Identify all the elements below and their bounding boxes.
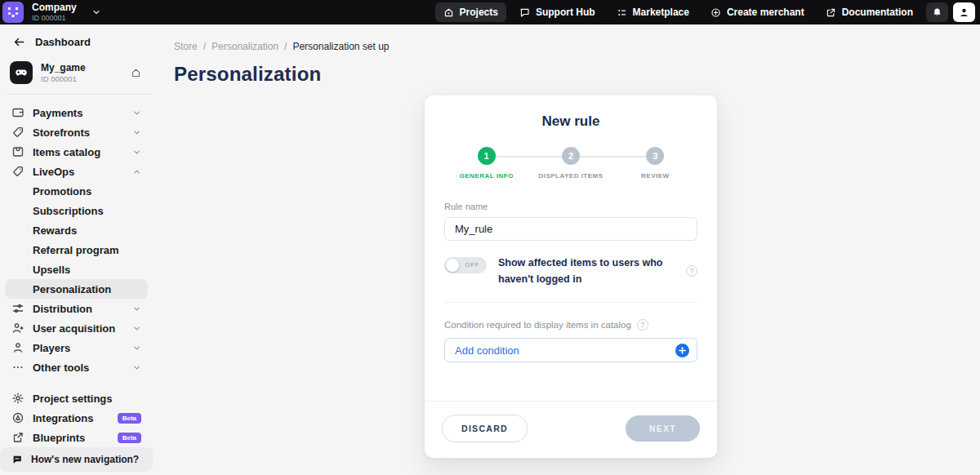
sidebar-item-items-catalog[interactable]: Items catalog: [5, 142, 148, 162]
step-circle[interactable]: 3: [646, 147, 664, 165]
sidebar-nav: Payments Storefronts Items catalog LiveO…: [0, 95, 153, 377]
sidebar-item-label: Referral program: [33, 244, 118, 256]
plus-icon: [675, 344, 689, 357]
marketplace-button[interactable]: Marketplace: [608, 2, 697, 22]
project-meta: My_game ID 000001: [41, 62, 86, 83]
sidebar-item-label: Distribution: [33, 303, 92, 315]
beta-badge: Beta: [118, 413, 141, 424]
account-button[interactable]: [953, 2, 975, 22]
sidebar-item-label: Integrations: [33, 412, 93, 424]
breadcrumb-current: Personalization set up: [292, 41, 389, 52]
create-merchant-button[interactable]: Create merchant: [702, 2, 813, 22]
toggle-label: Show affected items to users who haven't…: [498, 255, 675, 287]
condition-label: Condition required to display items in c…: [444, 320, 631, 330]
sidebar-item-promotions[interactable]: Promotions: [5, 181, 148, 201]
sliders-icon: [11, 302, 24, 315]
sidebar-item-label: Upsells: [33, 264, 70, 276]
sidebar-item-personalization[interactable]: Personalization: [5, 279, 148, 299]
breadcrumb-separator: /: [203, 41, 206, 52]
help-icon[interactable]: ?: [686, 265, 697, 277]
sidebar-item-blueprints[interactable]: Blueprints Beta: [5, 428, 148, 447]
list-icon: [617, 7, 627, 18]
project-switcher[interactable]: My_game ID 000001: [0, 55, 153, 94]
chevron-up-icon: [132, 167, 141, 176]
sidebar-item-label: User acquisition: [33, 322, 115, 335]
show-items-toggle[interactable]: OFF: [444, 257, 487, 273]
modal-title: New rule: [444, 113, 697, 130]
sidebar-item-storefronts[interactable]: Storefronts: [5, 122, 148, 142]
condition-label-row: Condition required to display items in c…: [444, 319, 697, 331]
stepper: 1 GENERAL INFO 2 DISPLAYED ITEMS 3 REVIE…: [444, 147, 697, 180]
sidebar-item-label: Other tools: [33, 362, 89, 374]
company-logo-icon[interactable]: [2, 2, 24, 23]
user-plus-icon: [11, 322, 24, 335]
back-arrow-icon: [13, 36, 25, 48]
whats-new-navigation-banner[interactable]: How's new navigation?: [0, 447, 153, 472]
beta-badge: Beta: [118, 433, 141, 443]
sidebar-item-payments[interactable]: Payments: [5, 103, 148, 122]
rule-name-input[interactable]: [444, 217, 697, 241]
sidebar-item-upsells[interactable]: Upsells: [5, 260, 148, 279]
projects-button[interactable]: Projects: [435, 2, 506, 22]
project-id: ID 000001: [41, 74, 86, 83]
help-icon[interactable]: ?: [637, 319, 648, 331]
sidebar-item-integrations[interactable]: Integrations Beta: [5, 408, 148, 428]
sidebar-item-label: Items catalog: [33, 146, 100, 158]
sidebar-item-other-tools[interactable]: Other tools: [5, 357, 148, 377]
rule-name-label: Rule name: [444, 202, 697, 211]
company-block: Company ID 000001: [32, 2, 77, 22]
sidebar-item-players[interactable]: Players: [5, 338, 148, 357]
create-merchant-label: Create merchant: [727, 7, 804, 18]
step-review[interactable]: 3 REVIEW: [613, 147, 697, 180]
sidebar-item-label: Rewards: [33, 224, 77, 237]
project-name: My_game: [41, 62, 86, 73]
gear-icon: [11, 392, 24, 405]
step-label: REVIEW: [641, 172, 670, 180]
external-link-icon: [826, 7, 836, 18]
company-id: ID 000001: [32, 14, 77, 22]
chevron-down-icon: [132, 304, 141, 313]
sidebar-item-referral-program[interactable]: Referral program: [5, 240, 148, 260]
modal-footer: DISCARD NEXT: [425, 401, 717, 458]
step-general-info[interactable]: 1 GENERAL INFO: [444, 147, 528, 180]
sidebar-item-label: Promotions: [33, 185, 91, 198]
notifications-button[interactable]: [926, 2, 948, 22]
sidebar-item-label: Payments: [33, 107, 82, 119]
external-link-icon: [11, 431, 24, 444]
sidebar-item-subscriptions[interactable]: Subscriptions: [5, 201, 148, 220]
back-to-dashboard[interactable]: Dashboard: [0, 24, 153, 55]
step-circle[interactable]: 2: [562, 147, 580, 165]
support-hub-button[interactable]: Support Hub: [511, 2, 604, 22]
sidebar-item-label: Blueprints: [33, 432, 85, 444]
project-home-icon[interactable]: [131, 68, 141, 78]
step-displayed-items[interactable]: 2 DISPLAYED ITEMS: [528, 147, 612, 180]
sidebar-item-project-settings[interactable]: Project settings: [5, 388, 148, 408]
integrations-icon: [11, 411, 24, 424]
documentation-button[interactable]: Documentation: [817, 2, 921, 22]
company-switcher-chevron-down-icon[interactable]: [88, 4, 105, 20]
chat-bubble-icon: [519, 7, 530, 18]
sidebar-item-user-acquisition[interactable]: User acquisition: [5, 318, 148, 338]
sidebar-item-liveops[interactable]: LiveOps: [5, 162, 148, 181]
documentation-label: Documentation: [842, 7, 913, 18]
tag-icon: [11, 165, 24, 178]
chevron-down-icon: [132, 109, 141, 118]
add-condition-button[interactable]: Add condition: [444, 338, 697, 362]
chat-bubble-filled-icon: [11, 454, 23, 465]
add-condition-label: Add condition: [455, 344, 519, 357]
next-button[interactable]: NEXT: [626, 415, 700, 442]
step-label: GENERAL INFO: [460, 172, 514, 180]
sidebar-item-label: LiveOps: [33, 166, 74, 178]
sidebar-item-distribution[interactable]: Distribution: [5, 299, 148, 318]
marketplace-label: Marketplace: [633, 7, 689, 18]
section-divider: [444, 302, 697, 303]
sidebar-item-rewards[interactable]: Rewards: [5, 220, 148, 240]
new-rule-modal: New rule 1 GENERAL INFO 2 DISPLAYED ITEM…: [425, 95, 717, 458]
toggle-row: OFF Show affected items to users who hav…: [444, 255, 697, 287]
breadcrumb-personalization[interactable]: Personalization: [212, 41, 278, 52]
discard-button[interactable]: DISCARD: [442, 415, 528, 442]
toggle-state-label: OFF: [465, 257, 479, 273]
step-circle[interactable]: 1: [478, 147, 496, 165]
breadcrumb-store[interactable]: Store: [174, 41, 198, 52]
topbar: Company ID 000001 Projects Support Hub M…: [0, 0, 980, 24]
